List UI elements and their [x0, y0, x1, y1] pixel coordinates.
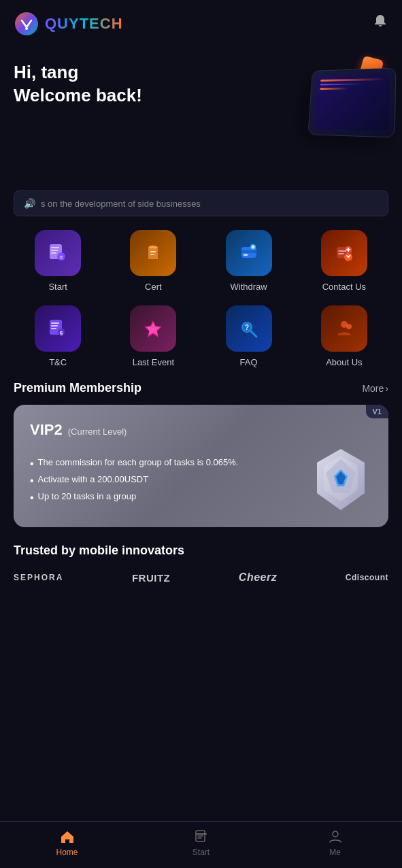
vip-header: VIP2 (Current Level): [30, 421, 372, 448]
menu-item-tnc[interactable]: § T&C: [14, 305, 102, 367]
svg-text:?: ?: [245, 324, 249, 331]
bottom-nav: Home Start Me: [0, 821, 402, 868]
vip-card[interactable]: V1 VIP2 (Current Level) The commission f…: [14, 405, 388, 527]
contact-icon-wrap: [321, 230, 367, 276]
contact-icon: [333, 241, 356, 265]
tnc-label: T&C: [49, 357, 67, 367]
menu-grid-row1: ≡ Start Cert Withdraw: [0, 230, 402, 305]
cert-label: Cert: [145, 282, 162, 292]
hero-image: [259, 54, 395, 163]
logo-area: QUYTECH: [14, 11, 123, 37]
more-link[interactable]: More ›: [362, 383, 388, 394]
logo-text: QUYTECH: [45, 15, 123, 33]
start-icon-wrap: ≡: [35, 230, 81, 276]
nav-me[interactable]: Me: [312, 829, 359, 857]
svg-rect-9: [150, 254, 154, 255]
withdraw-label: Withdraw: [231, 282, 267, 292]
premium-title: Premium Membership: [14, 381, 141, 395]
menu-item-about[interactable]: About Us: [300, 305, 388, 367]
svg-line-27: [251, 331, 256, 337]
nav-start-label: Start: [192, 848, 210, 857]
nav-me-icon: [327, 829, 344, 845]
svg-rect-5: [51, 252, 56, 254]
logo-icon: [14, 11, 39, 37]
nav-start[interactable]: Start: [178, 829, 225, 857]
svg-rect-18: [51, 322, 59, 324]
brand-cdiscount: Cdiscount: [346, 573, 388, 582]
hero-section: Hi, tang Welcome back!: [0, 48, 402, 184]
svg-rect-4: [51, 250, 58, 251]
start-label: Start: [48, 282, 67, 292]
shield-icon: [307, 446, 375, 514]
menu-item-faq[interactable]: ? FAQ: [205, 305, 293, 367]
contact-label: Contact Us: [322, 282, 366, 292]
phone-body: [307, 68, 396, 138]
faq-icon-wrap: ?: [226, 305, 272, 352]
svg-text:§: §: [60, 330, 63, 336]
cert-icon-wrap: [130, 230, 176, 276]
brand-cheerz: Cheerz: [239, 571, 277, 584]
svg-rect-11: [241, 250, 256, 253]
about-label: About Us: [326, 357, 362, 367]
withdraw-icon: [237, 241, 261, 265]
vip-level: VIP2: [30, 421, 63, 439]
nav-start-icon: [193, 829, 210, 845]
cert-icon: [141, 241, 165, 265]
brand-fruitz: FRUITZ: [132, 572, 170, 584]
svg-text:≡: ≡: [59, 254, 63, 261]
header: QUYTECH: [0, 0, 402, 48]
tnc-icon-wrap: §: [35, 305, 81, 352]
svg-rect-37: [196, 833, 207, 835]
tnc-icon: §: [46, 317, 69, 340]
nav-home[interactable]: Home: [44, 829, 91, 857]
brand-sephora: SEPHORA: [14, 573, 63, 582]
menu-item-contact[interactable]: Contact Us: [300, 230, 388, 292]
event-icon-wrap: [130, 305, 176, 352]
nav-home-label: Home: [56, 848, 78, 857]
menu-item-withdraw[interactable]: Withdraw: [205, 230, 293, 292]
vip-badge: V1: [366, 405, 388, 418]
faq-label: FAQ: [240, 357, 258, 367]
premium-section-header: Premium Membership More ›: [0, 381, 402, 405]
bell-icon[interactable]: [372, 14, 388, 34]
event-icon: [141, 317, 165, 340]
svg-rect-8: [150, 251, 156, 252]
start-icon: ≡: [46, 241, 69, 265]
menu-item-start[interactable]: ≡ Start: [14, 230, 102, 292]
trusted-title: Trusted by mobile innovators: [14, 544, 388, 558]
trusted-section: Trusted by mobile innovators SEPHORA FRU…: [0, 544, 402, 597]
event-label: Last Event: [133, 357, 174, 367]
svg-rect-19: [51, 325, 58, 327]
about-icon-wrap: [321, 305, 367, 352]
svg-point-1: [25, 27, 28, 30]
faq-icon: ?: [237, 317, 261, 340]
brands-row: SEPHORA FRUITZ Cheerz Cdiscount: [14, 571, 388, 584]
about-icon: [333, 317, 356, 340]
announce-text: s on the development of side businesses: [41, 199, 201, 209]
svg-rect-12: [244, 254, 248, 256]
svg-rect-20: [51, 328, 56, 329]
announcement-bar: 🔊 s on the development of side businesse…: [14, 190, 388, 216]
svg-point-40: [333, 831, 338, 837]
svg-rect-3: [51, 247, 59, 248]
nav-me-label: Me: [329, 848, 341, 857]
svg-point-0: [15, 12, 38, 35]
svg-point-30: [346, 324, 352, 329]
menu-item-event[interactable]: Last Event: [109, 305, 197, 367]
vip-current: (Current Level): [68, 427, 127, 437]
withdraw-icon-wrap: [226, 230, 272, 276]
menu-item-cert[interactable]: Cert: [109, 230, 197, 292]
menu-grid-row2: § T&C Last Event ? FAQ: [0, 305, 402, 381]
home-icon: [59, 829, 76, 845]
announce-icon: 🔊: [24, 198, 35, 209]
